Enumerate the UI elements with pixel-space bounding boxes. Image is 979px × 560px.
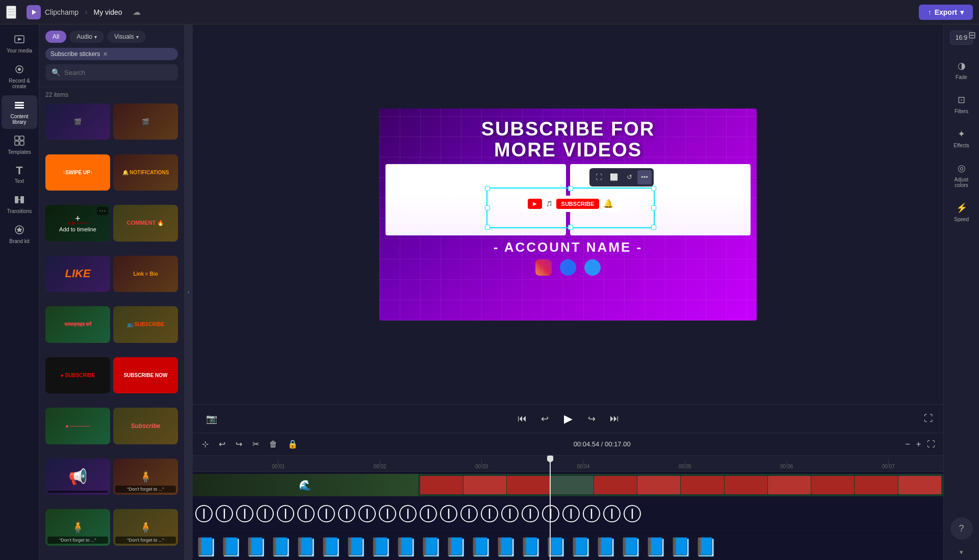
list-item[interactable]: 📢 bbox=[45, 459, 110, 495]
sidebar-item-your-media[interactable]: Your media bbox=[2, 30, 37, 58]
sidebar-item-content-library[interactable]: Content library bbox=[2, 95, 37, 129]
filter-all-button[interactable]: All bbox=[45, 31, 66, 43]
list-item[interactable]: ● SUBSCRIBE bbox=[45, 357, 110, 393]
resize-tool-button[interactable]: ⬜ bbox=[607, 170, 621, 184]
right-panel-effects[interactable]: ✦ Effects bbox=[945, 123, 978, 153]
zoom-out-button[interactable]: − bbox=[903, 438, 912, 451]
sidebar-item-transitions[interactable]: Transitions bbox=[2, 190, 37, 218]
list-item[interactable]: Link ≡ Bio bbox=[113, 256, 178, 292]
flip-tool-button[interactable]: ↺ bbox=[622, 170, 636, 184]
preview-canvas: SUBSCRIBE FOR MORE VIDEOS 🎵 SUBSCRIBE 🔔 bbox=[193, 24, 943, 404]
timeline-time-display: 00:04.54 / 00:17.00 bbox=[574, 440, 631, 448]
resize-handle-bottommid[interactable] bbox=[568, 225, 573, 230]
lock-button[interactable]: 🔒 bbox=[285, 436, 301, 452]
list-item[interactable]: सब्सक्राइब करें bbox=[45, 306, 110, 342]
list-item[interactable]: ● ▶ ═══ ⋯ + Add to timeline bbox=[45, 205, 110, 241]
selection-toolbar: ⛶ ⬜ ↺ ••• bbox=[589, 168, 654, 186]
selected-element[interactable]: 🎵 SUBSCRIBE 🔔 ⛶ ⬜ ↺ ••• bbox=[486, 188, 655, 228]
subscribe-mini-button[interactable]: SUBSCRIBE bbox=[556, 199, 600, 209]
right-panel-adjust-colors[interactable]: ◎ Adjust colors bbox=[945, 157, 978, 193]
redo-button[interactable]: ↪ bbox=[233, 436, 245, 452]
search-input[interactable] bbox=[64, 69, 172, 76]
resize-handle-bottomright[interactable] bbox=[651, 225, 656, 230]
plus-icon: + bbox=[75, 214, 81, 224]
captions-button[interactable]: ⊟ bbox=[968, 30, 976, 41]
ruler-mark: 00:02 bbox=[329, 464, 430, 469]
panel-collapse-button[interactable]: ‹ bbox=[185, 24, 193, 560]
your-media-icon bbox=[14, 34, 25, 46]
list-item[interactable]: 🧍 "Don't forget to ..." bbox=[113, 459, 178, 495]
add-timeline-label[interactable]: Add to timeline bbox=[59, 226, 96, 232]
sidebar-item-text[interactable]: T Text bbox=[2, 161, 37, 188]
video-canvas[interactable]: SUBSCRIBE FOR MORE VIDEOS 🎵 SUBSCRIBE 🔔 bbox=[379, 109, 757, 321]
list-item[interactable]: ↑SWIPE UP↑ bbox=[45, 154, 110, 191]
search-icon: 🔍 bbox=[51, 68, 60, 76]
export-button[interactable]: ↑ Export ▾ bbox=[919, 5, 973, 20]
timeline-ruler: 00:01 00:02 00:03 00:04 00:05 00:06 00:0… bbox=[193, 456, 943, 472]
effects-icon: ✦ bbox=[958, 128, 965, 140]
sticker-content: 📺 SUBSCRIBE bbox=[113, 306, 178, 342]
resize-handle-topright[interactable] bbox=[651, 186, 656, 191]
right-panel-filters[interactable]: ⊡ Filters bbox=[945, 89, 978, 119]
resize-handle-midright[interactable] bbox=[651, 205, 656, 210]
list-item[interactable]: 🧍 "Don't forget to ..." bbox=[113, 509, 178, 545]
timeline-tracks[interactable]: 00:01 00:02 00:03 00:04 00:05 00:06 00:0… bbox=[193, 456, 943, 560]
undo-button[interactable]: ↩ bbox=[216, 436, 228, 452]
filters-icon: ⊡ bbox=[958, 94, 965, 105]
media-grid: 🎬 🎬 ↑SWIPE UP↑ 🔔 NOTIFICATIONS ● ▶ ═══ ⋯… bbox=[39, 100, 184, 560]
filter-audio-button[interactable]: Audio ▾ bbox=[69, 31, 104, 43]
help-button[interactable]: ? bbox=[950, 517, 973, 540]
more-tool-button[interactable]: ••• bbox=[637, 170, 652, 184]
cut-button[interactable]: ✂ bbox=[249, 436, 262, 452]
hamburger-menu[interactable]: ☰ bbox=[6, 6, 16, 19]
video-track[interactable]: 🌊 bbox=[193, 472, 943, 498]
list-item[interactable]: 🔔 NOTIFICATIONS bbox=[113, 154, 178, 191]
fullscreen-button[interactable]: ⛶ bbox=[924, 413, 933, 424]
sticker-content: SUBSCRIBE NOW bbox=[113, 357, 178, 393]
resize-handle-topmid[interactable] bbox=[568, 186, 573, 191]
select-tool-button[interactable]: ⊹ bbox=[199, 436, 212, 452]
back5-button[interactable]: ↩ bbox=[538, 410, 552, 428]
list-item[interactable]: Subscribe bbox=[113, 408, 178, 444]
list-item[interactable]: LIKE bbox=[45, 256, 110, 292]
add-to-timeline-overlay: + Add to timeline bbox=[45, 205, 110, 241]
crop-tool-button[interactable]: ⛶ bbox=[591, 170, 606, 184]
list-item[interactable]: SUBSCRIBE NOW bbox=[113, 357, 178, 393]
camera-button[interactable]: 📷 bbox=[203, 410, 220, 428]
sidebar-item-record-create[interactable]: Record &create bbox=[2, 60, 37, 93]
delete-button[interactable]: 🗑 bbox=[266, 437, 280, 452]
resize-handle-topleft[interactable] bbox=[485, 186, 490, 191]
ruler-mark: 00:04 bbox=[532, 464, 634, 469]
list-item[interactable]: ● ───── bbox=[45, 408, 110, 444]
svg-rect-8 bbox=[15, 107, 24, 109]
sticker-content: Subscribe bbox=[113, 408, 178, 444]
search-box: 🔍 bbox=[45, 64, 178, 81]
right-panel-speed[interactable]: ⚡ Speed bbox=[945, 197, 978, 227]
sticker-content: ● SUBSCRIBE bbox=[45, 357, 110, 393]
skip-back-button[interactable]: ⏮ bbox=[514, 410, 530, 427]
timeline-playhead[interactable] bbox=[550, 456, 551, 560]
resize-handle-bottomleft[interactable] bbox=[485, 225, 490, 230]
play-button[interactable]: ▶ bbox=[560, 408, 577, 430]
zoom-in-button[interactable]: + bbox=[914, 438, 923, 451]
video-clip[interactable]: 🌊 bbox=[193, 474, 943, 496]
forward5-button[interactable]: ↪ bbox=[585, 410, 599, 428]
skip-forward-button[interactable]: ⏭ bbox=[607, 410, 622, 427]
instagram-track[interactable]: Ⓘ Ⓘ Ⓘ Ⓘ Ⓘ Ⓘ Ⓘ Ⓘ Ⓘ Ⓘ Ⓘ Ⓘ bbox=[193, 498, 943, 531]
right-panel-fade[interactable]: ◑ Fade bbox=[945, 55, 978, 85]
sidebar-item-brand-kit[interactable]: Brand kit bbox=[2, 220, 37, 248]
list-item[interactable]: 🧍 "Don't forget to ..." bbox=[45, 509, 110, 545]
resize-handle-midleft[interactable] bbox=[485, 205, 490, 210]
list-item[interactable]: 🎬 bbox=[113, 103, 178, 140]
list-item[interactable]: 🎬 bbox=[45, 103, 110, 140]
list-item[interactable]: 📺 SUBSCRIBE bbox=[113, 306, 178, 342]
tag-close-button[interactable]: × bbox=[103, 50, 107, 58]
panel-scroll-down-button[interactable]: ▾ bbox=[956, 544, 967, 560]
sidebar-item-templates[interactable]: Templates bbox=[2, 131, 37, 159]
facebook-track[interactable]: 📘 📘 📘 📘 📘 📘 📘 📘 📘 📘 📘 📘 bbox=[193, 531, 943, 560]
sidebar-nav: Your media Record &create Content librar… bbox=[0, 24, 39, 560]
list-item[interactable]: COMMENT 🔥 bbox=[113, 205, 178, 241]
video-title[interactable]: My video bbox=[93, 8, 122, 16]
zoom-fit-button[interactable]: ⛶ bbox=[925, 438, 937, 451]
filter-visuals-button[interactable]: Visuals ▾ bbox=[107, 31, 145, 43]
